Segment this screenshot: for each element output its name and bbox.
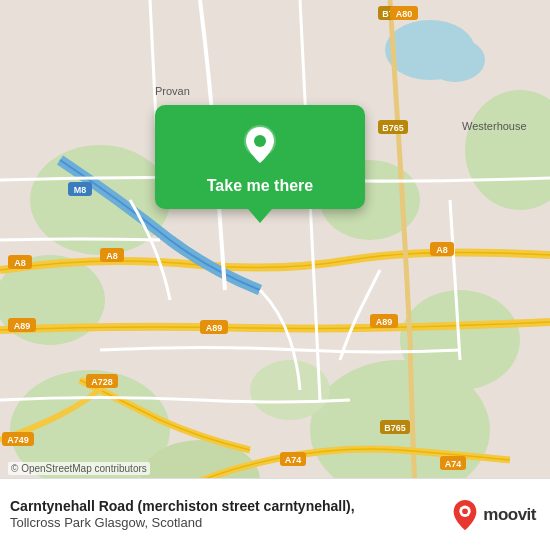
osm-attribution: © OpenStreetMap contributors <box>8 462 150 475</box>
svg-point-45 <box>254 135 266 147</box>
map-container: A8 A8 A8 A89 A89 A89 M8 B765 B765 B765 <box>0 0 550 550</box>
moovit-logo: moovit <box>451 498 536 532</box>
svg-text:A8: A8 <box>106 251 118 261</box>
svg-text:A89: A89 <box>376 317 393 327</box>
svg-text:A8: A8 <box>436 245 448 255</box>
svg-text:A80: A80 <box>396 9 413 19</box>
location-popup[interactable]: Take me there <box>155 105 365 209</box>
svg-point-11 <box>425 38 485 82</box>
svg-text:M8: M8 <box>74 185 87 195</box>
location-info: Carntynehall Road (merchiston street car… <box>10 497 441 532</box>
svg-text:Westerhouse: Westerhouse <box>462 120 527 132</box>
moovit-pin-icon <box>451 498 479 532</box>
location-subtitle: Tollcross Park Glasgow, Scotland <box>10 515 441 532</box>
svg-text:Provan: Provan <box>155 85 190 97</box>
svg-text:A8: A8 <box>14 258 26 268</box>
svg-text:A728: A728 <box>91 377 113 387</box>
svg-text:B765: B765 <box>382 123 404 133</box>
svg-text:A74: A74 <box>285 455 302 465</box>
svg-text:A74: A74 <box>445 459 462 469</box>
location-title: Carntynehall Road (merchiston street car… <box>10 497 441 515</box>
svg-text:A89: A89 <box>206 323 223 333</box>
svg-text:A89: A89 <box>14 321 31 331</box>
svg-text:B765: B765 <box>384 423 406 433</box>
svg-text:A749: A749 <box>7 435 29 445</box>
moovit-brand-text: moovit <box>483 505 536 525</box>
location-pin-icon <box>238 123 282 167</box>
take-me-there-button[interactable]: Take me there <box>207 177 313 195</box>
bottom-bar: Carntynehall Road (merchiston street car… <box>0 478 550 550</box>
svg-point-47 <box>462 508 468 514</box>
